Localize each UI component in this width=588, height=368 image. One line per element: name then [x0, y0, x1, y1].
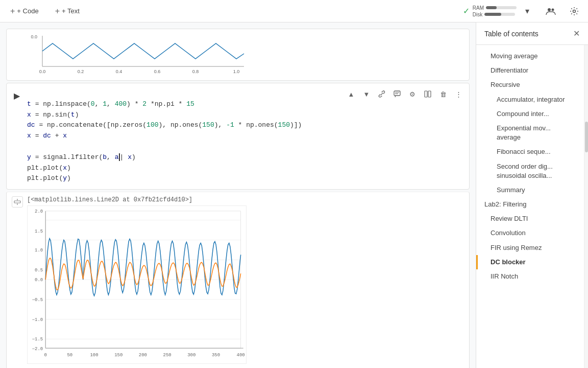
comment-icon	[394, 90, 401, 98]
output-content: [<matplotlib.lines.Line2D at 0x7fb21cfd4…	[27, 192, 469, 368]
sidebar-title: Table of contents	[484, 30, 538, 38]
output-cell: [<matplotlib.lines.Line2D at 0x7fb21cfd4…	[6, 192, 470, 368]
settings-cell-button[interactable]: ⚙	[406, 87, 419, 101]
ram-label: RAM	[473, 5, 484, 11]
disk-bar-track	[484, 13, 515, 16]
delete-button[interactable]: 🗑	[436, 87, 450, 101]
add-text-label: + Text	[62, 7, 80, 15]
sidebar-close-button[interactable]: ✕	[573, 29, 580, 38]
move-down-button[interactable]: ▼	[360, 87, 373, 101]
toc-item-summary[interactable]: Summary	[476, 183, 584, 197]
svg-rect-15	[425, 91, 427, 97]
svg-text:50: 50	[67, 353, 72, 358]
svg-text:0.0: 0.0	[31, 34, 37, 39]
svg-point-2	[573, 10, 576, 12]
notebook-area[interactable]: 0.0 0.0 0.2 0.4 0.6 0.8 1.0 ▲ ▼	[0, 22, 476, 368]
disk-bar-fill	[484, 13, 501, 16]
svg-text:0.6: 0.6	[154, 69, 161, 74]
output-collapse-button[interactable]	[12, 196, 23, 208]
add-code-label: + Code	[17, 7, 38, 15]
svg-text:−1.0: −1.0	[32, 317, 43, 323]
toc-item-exponential-mov[interactable]: Exponential mov... average	[476, 121, 584, 145]
output-inner: [<matplotlib.lines.Line2D at 0x7fb21cfd4…	[7, 192, 469, 368]
toc-item-recursive[interactable]: Recursive	[476, 78, 584, 92]
resource-monitor: ✓ RAM Disk ▾	[463, 4, 535, 19]
svg-text:200: 200	[139, 353, 147, 358]
svg-text:150: 150	[114, 353, 122, 358]
resource-dropdown-button[interactable]: ▾	[520, 4, 535, 19]
cell-toolbar: ▲ ▼ ⚙	[345, 87, 465, 101]
toc-item-compound-inter[interactable]: Compound inter...	[476, 107, 584, 121]
sidebar-scrollbar[interactable]	[584, 45, 588, 368]
svg-text:0.2: 0.2	[78, 69, 84, 74]
svg-text:1.5: 1.5	[35, 229, 43, 234]
toc-item-dc-blocker[interactable]: DC blocker	[476, 255, 584, 269]
more-options-button[interactable]: ⋮	[452, 87, 465, 101]
svg-text:0.0: 0.0	[39, 69, 46, 74]
svg-text:0.8: 0.8	[192, 69, 199, 74]
toc-item-convolution[interactable]: Convolution	[476, 226, 584, 240]
sidebar-header: Table of contents ✕	[476, 22, 588, 45]
toc-item-review-dlti[interactable]: Review DLTI	[476, 212, 584, 226]
cell-gutter: ▶	[7, 83, 27, 189]
toc-item-iir-notch[interactable]: IIR Notch	[476, 269, 584, 284]
expand-icon	[14, 198, 21, 205]
toc-item-fibonacci[interactable]: Fibonacci seque...	[476, 145, 584, 159]
move-up-button[interactable]: ▲	[345, 87, 358, 101]
user-menu-button[interactable]	[543, 4, 558, 19]
svg-text:−1.5: −1.5	[32, 337, 43, 342]
svg-text:300: 300	[187, 353, 195, 358]
sidebar: Table of contents ✕ Moving average Diffe…	[476, 22, 588, 368]
svg-text:0: 0	[44, 353, 46, 358]
svg-text:1.0: 1.0	[233, 69, 240, 74]
toc-item-lab2[interactable]: Lab2: Filtering	[476, 197, 584, 212]
svg-text:0.5: 0.5	[35, 268, 43, 273]
run-button[interactable]: ▶	[11, 89, 23, 102]
sidebar-scroll-thumb	[585, 122, 588, 152]
svg-text:400: 400	[237, 353, 245, 358]
disk-bar-row: Disk	[473, 12, 517, 17]
svg-text:350: 350	[212, 353, 220, 358]
gear-icon	[569, 6, 579, 16]
chart-preview-cell: 0.0 0.0 0.2 0.4 0.6 0.8 1.0	[6, 29, 470, 81]
plus-icon: +	[10, 7, 15, 16]
plus-icon-2: +	[55, 7, 60, 16]
output-text: [<matplotlib.lines.Line2D at 0x7fb21cfd4…	[27, 196, 465, 203]
toc-item-second-order[interactable]: Second order dig... sinusoidal oscilla..…	[476, 159, 584, 183]
code-cell: ▲ ▼ ⚙	[6, 83, 470, 190]
svg-rect-12	[394, 91, 400, 96]
main-plot: 2.0 1.5 1.0 0.5 0.0 −0.5 −1.0 −1.5 −2.0 …	[27, 205, 247, 364]
svg-text:0.4: 0.4	[116, 69, 122, 74]
ram-disk-bars: RAM Disk	[473, 5, 517, 17]
ram-bar-fill	[486, 6, 497, 9]
svg-point-1	[552, 8, 554, 11]
link-icon	[378, 90, 385, 98]
users-icon	[546, 6, 556, 16]
mirror-button[interactable]	[421, 87, 434, 101]
svg-text:−2.0: −2.0	[32, 347, 43, 352]
comment-button[interactable]	[390, 87, 404, 101]
toc-item-fir-remez[interactable]: FIR using Remez	[476, 241, 584, 255]
settings-button[interactable]	[567, 4, 582, 19]
preview-chart: 0.0 0.0 0.2 0.4 0.6 0.8 1.0	[27, 33, 247, 77]
svg-text:2.0: 2.0	[35, 209, 43, 214]
toc-item-differentiator[interactable]: Differentiator	[476, 63, 584, 78]
add-text-button[interactable]: + + Text	[51, 5, 84, 18]
add-code-button[interactable]: + + Code	[6, 5, 43, 18]
svg-text:1.0: 1.0	[35, 248, 43, 254]
top-toolbar: + + Code + + Text ✓ RAM Disk ▾	[0, 0, 588, 22]
toc-item-accumulator[interactable]: Accumulator, integrator	[476, 93, 584, 107]
toc-item-moving-average[interactable]: Moving average	[476, 49, 584, 63]
svg-rect-17	[14, 201, 20, 203]
plot-container: 2.0 1.5 1.0 0.5 0.0 −0.5 −1.0 −1.5 −2.0 …	[27, 205, 465, 366]
link-button[interactable]	[375, 87, 388, 101]
disk-label: Disk	[473, 12, 482, 17]
check-icon: ✓	[463, 6, 470, 16]
ram-bar-track	[486, 6, 517, 9]
svg-rect-16	[428, 91, 431, 97]
ram-bar-row: RAM	[473, 5, 517, 11]
sidebar-content[interactable]: Moving average Differentiator Recursive …	[476, 45, 584, 368]
output-gutter	[7, 192, 27, 368]
svg-text:250: 250	[163, 353, 172, 358]
svg-text:−0.5: −0.5	[32, 297, 43, 303]
